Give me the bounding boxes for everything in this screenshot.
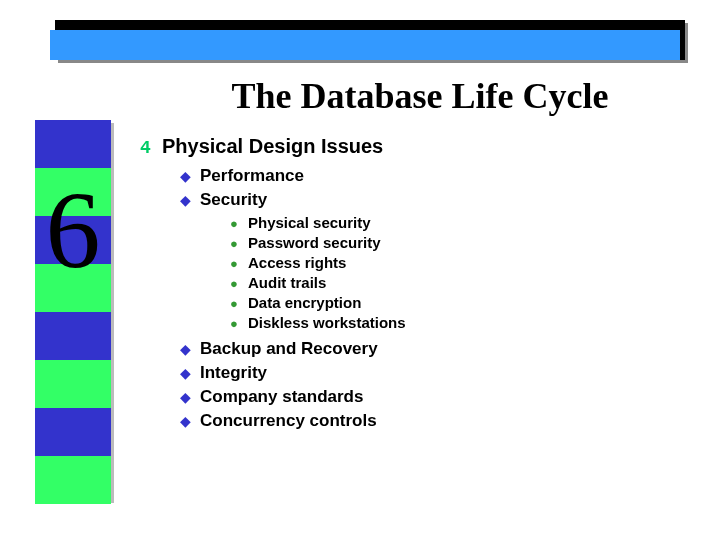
item-text: Integrity <box>200 363 267 383</box>
dot-bullet-icon: ● <box>230 296 248 311</box>
subitems-bottom: ◆ Backup and Recovery ◆ Integrity ◆ Comp… <box>140 339 680 431</box>
heading-text: Physical Design Issues <box>162 135 383 158</box>
diamond-bullet-icon: ◆ <box>180 413 200 429</box>
dot-bullet-icon: ● <box>230 256 248 271</box>
item-text: Backup and Recovery <box>200 339 378 359</box>
item-text: Company standards <box>200 387 363 407</box>
header-blue-bar <box>50 30 680 60</box>
item-text: Concurrency controls <box>200 411 377 431</box>
diamond-bullet-icon: ◆ <box>180 389 200 405</box>
item-text: Physical security <box>248 214 371 231</box>
item-text: Audit trails <box>248 274 326 291</box>
list-item: ◆ Security <box>180 190 680 210</box>
dot-bullet-icon: ● <box>230 276 248 291</box>
list-item: ◆ Integrity <box>180 363 680 383</box>
dot-bullet-icon: ● <box>230 216 248 231</box>
list-item: ● Password security <box>230 234 680 251</box>
list-item: ◆ Backup and Recovery <box>180 339 680 359</box>
slide-content: 4 Physical Design Issues ◆ Performance ◆… <box>140 135 680 435</box>
diamond-bullet-icon: ◆ <box>180 168 200 184</box>
list-item: ◆ Company standards <box>180 387 680 407</box>
diamond-bullet-icon: ◆ <box>180 192 200 208</box>
diamond-bullet-icon: ◆ <box>180 365 200 381</box>
chapter-number: 6 <box>35 175 111 285</box>
item-text: Performance <box>200 166 304 186</box>
diamond-bullet-icon: ◆ <box>180 341 200 357</box>
number-bullet-icon: 4 <box>140 138 162 158</box>
dot-bullet-icon: ● <box>230 316 248 331</box>
subitems-top: ◆ Performance ◆ Security <box>140 166 680 210</box>
item-text: Access rights <box>248 254 346 271</box>
item-text: Diskless workstations <box>248 314 406 331</box>
list-item: ● Physical security <box>230 214 680 231</box>
list-item: ◆ Performance <box>180 166 680 186</box>
item-text: Data encryption <box>248 294 361 311</box>
slide-title: The Database Life Cycle <box>150 75 690 117</box>
dot-bullet-icon: ● <box>230 236 248 251</box>
item-text: Password security <box>248 234 381 251</box>
list-item: ● Access rights <box>230 254 680 271</box>
list-item: ● Data encryption <box>230 294 680 311</box>
list-item: ◆ Concurrency controls <box>180 411 680 431</box>
list-item: ● Audit trails <box>230 274 680 291</box>
subsubitems: ● Physical security ● Password security … <box>140 214 680 331</box>
heading-item: 4 Physical Design Issues <box>140 135 680 158</box>
list-item: ● Diskless workstations <box>230 314 680 331</box>
item-text: Security <box>200 190 267 210</box>
